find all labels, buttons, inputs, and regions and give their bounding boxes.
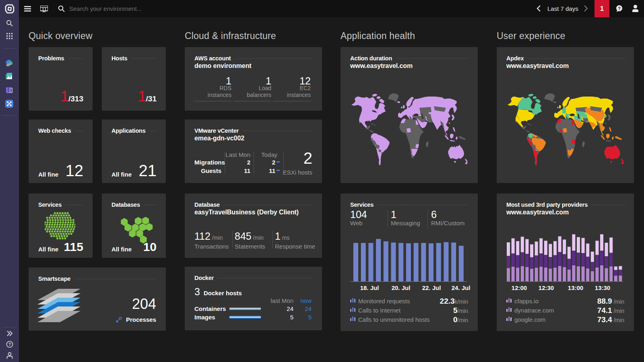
svg-text:?: ? [618, 6, 621, 11]
svg-text:?: ? [8, 342, 11, 347]
